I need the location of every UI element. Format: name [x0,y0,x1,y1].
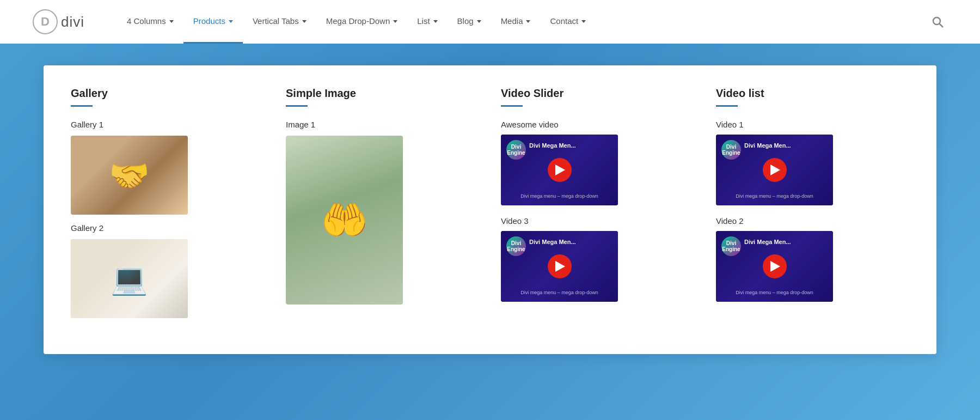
video1-label: Video 1 [716,120,909,129]
nav-item-list[interactable]: List [407,0,447,44]
navbar: D divi 4 Columns Products Vertical Tabs … [0,0,980,44]
video3-thumb[interactable]: DiviEngine Divi Mega Men... Divi mega me… [501,231,618,302]
gallery1-image[interactable] [71,136,188,215]
nav-items: 4 Columns Products Vertical Tabs Mega Dr… [117,0,947,44]
simple-image-content[interactable] [286,136,403,305]
play-icon [555,261,565,272]
play-icon [770,165,780,175]
nav-item-verticaltabs[interactable]: Vertical Tabs [243,0,316,44]
video2-play-button[interactable] [763,254,787,278]
awesome-video-subtitle: Divi mega menu – mega drop-down [501,193,618,199]
awesome-video-inner: DiviEngine Divi Mega Men... Divi mega me… [501,135,618,205]
gallery1-img-content [71,136,188,215]
video3-play-button[interactable] [548,254,572,278]
video2-item: Video 2 DiviEngine Divi Mega Men... Divi… [716,216,909,302]
video3-item: Video 3 DiviEngine Divi Mega Men... Divi… [501,216,694,302]
awesome-video-item: Awesome video DiviEngine Divi Mega Men..… [501,120,694,205]
chevron-down-icon [302,20,307,23]
video-slider-title: Video Slider [501,87,694,100]
video1-item: Video 1 DiviEngine Divi Mega Men... Divi… [716,120,909,205]
video3-inner: DiviEngine Divi Mega Men... Divi mega me… [501,231,618,302]
chevron-down-icon [229,20,233,23]
svg-line-1 [940,24,944,28]
logo-icon: D [33,9,58,34]
gallery1-label: Gallery 1 [71,120,264,129]
gallery-column: Gallery Gallery 1 Gallery 2 [71,87,275,327]
video-slider-column: Video Slider Awesome video DiviEngine Di… [490,87,705,327]
simple-image-column: Simple Image Image 1 [275,87,490,327]
awesome-video-title-text: Divi Mega Men... [529,142,576,149]
video-list-title: Video list [716,87,909,100]
video-list-column: Video list Video 1 DiviEngine Divi Mega … [705,87,909,327]
gallery-underline [71,105,93,107]
chevron-down-icon [526,20,530,23]
video2-logo: DiviEngine [721,236,741,256]
chevron-down-icon [477,20,481,23]
awesome-video-thumb[interactable]: DiviEngine Divi Mega Men... Divi mega me… [501,135,618,205]
gallery2-image[interactable] [71,239,188,318]
awesome-video-label: Awesome video [501,120,694,129]
awesome-video-play-button[interactable] [548,158,572,182]
chevron-down-icon [433,20,438,23]
simple-image-underline [286,105,308,107]
video2-label: Video 2 [716,216,909,226]
svg-point-0 [933,17,940,25]
simple-image-title: Simple Image [286,87,479,100]
video2-inner: DiviEngine Divi Mega Men... Divi mega me… [716,231,833,302]
video2-subtitle: Divi mega menu – mega drop-down [716,290,833,295]
gallery2-label: Gallery 2 [71,223,264,233]
chevron-down-icon [169,20,174,23]
nav-item-4columns[interactable]: 4 Columns [117,0,183,44]
video1-play-button[interactable] [763,158,787,182]
video-slider-underline [501,105,523,107]
video3-title-text: Divi Mega Men... [529,239,576,245]
search-button[interactable] [928,12,947,32]
nav-item-media[interactable]: Media [491,0,541,44]
logo[interactable]: D divi [33,9,84,34]
nav-item-contact[interactable]: Contact [540,0,596,44]
play-icon [555,165,565,175]
video1-subtitle: Divi mega menu – mega drop-down [716,193,833,199]
gallery2-img-content [71,239,188,318]
chevron-down-icon [581,20,586,23]
video2-title-text: Divi Mega Men... [744,239,791,245]
image1-label: Image 1 [286,120,479,129]
logo-text: divi [61,14,84,31]
video2-thumb[interactable]: DiviEngine Divi Mega Men... Divi mega me… [716,231,833,302]
nav-item-products[interactable]: Products [183,0,243,44]
chevron-down-icon [393,20,397,23]
gallery-title: Gallery [71,87,264,100]
video1-logo: DiviEngine [721,140,741,160]
video-list-underline [716,105,738,107]
video1-inner: DiviEngine Divi Mega Men... Divi mega me… [716,135,833,205]
video3-label: Video 3 [501,216,694,226]
page-background: Gallery Gallery 1 Gallery 2 Simple Image… [0,44,980,387]
play-icon [770,261,780,272]
video3-subtitle: Divi mega menu – mega drop-down [501,290,618,295]
video1-title-text: Divi Mega Men... [744,142,791,149]
dropdown-panel: Gallery Gallery 1 Gallery 2 Simple Image… [44,65,936,354]
awesome-video-logo: DiviEngine [506,140,526,160]
nav-item-blog[interactable]: Blog [448,0,491,44]
video1-thumb[interactable]: DiviEngine Divi Mega Men... Divi mega me… [716,135,833,205]
video3-logo: DiviEngine [506,236,526,256]
nav-item-megadropdown[interactable]: Mega Drop-Down [316,0,408,44]
